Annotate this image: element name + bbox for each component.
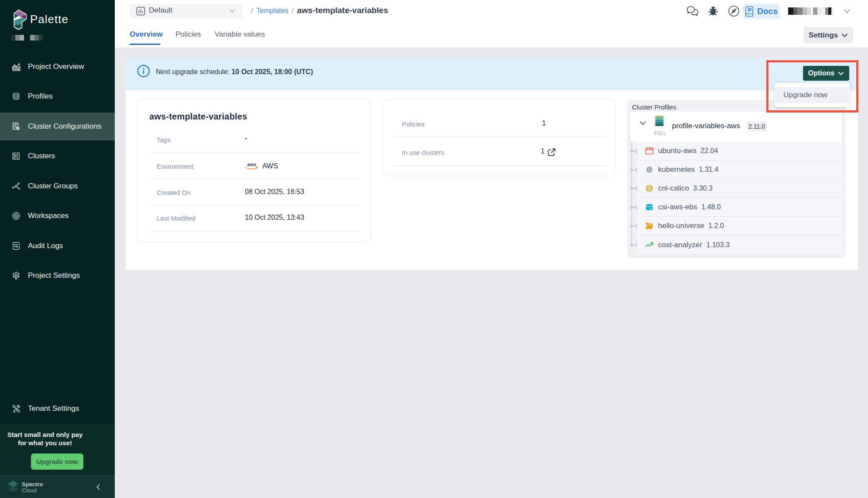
svg-text:aws: aws — [247, 162, 257, 167]
